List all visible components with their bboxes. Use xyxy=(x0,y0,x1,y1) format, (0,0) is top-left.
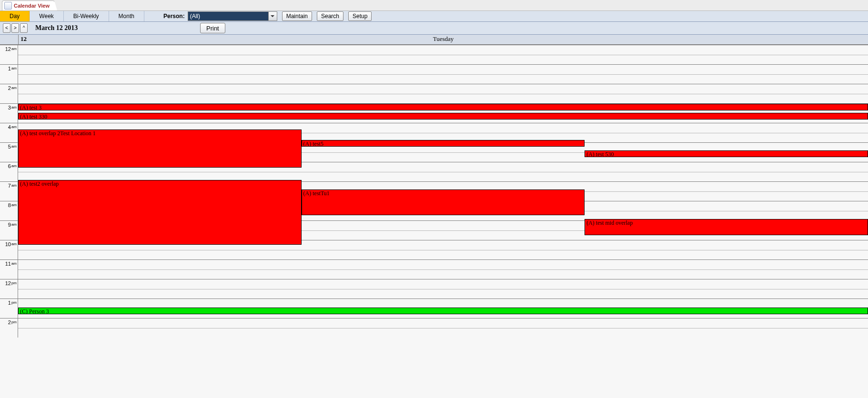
view-mode-tabs: Day Week Bi-Weekly Month xyxy=(0,11,144,21)
time-label: 4am xyxy=(0,123,18,142)
chevron-down-icon xyxy=(271,14,274,18)
calendar-event[interactable]: (A) test overlap 2Test Location 1 xyxy=(18,129,302,168)
calendar-event[interactable]: (A) test 530 xyxy=(585,150,868,157)
form-icon xyxy=(4,2,12,10)
document-tabstrip: Calendar View xyxy=(0,0,868,11)
person-label: Person: xyxy=(163,13,185,20)
print-button[interactable]: Print xyxy=(200,23,225,33)
person-filter: Person: Maintain Search Setup xyxy=(160,11,372,21)
calendar-event[interactable]: (C) Person 3 xyxy=(18,308,868,314)
document-tab-label: Calendar View xyxy=(14,3,50,9)
view-toolbar: Day Week Bi-Weekly Month Person: Maintai… xyxy=(0,11,868,22)
time-label: 1am xyxy=(0,64,18,84)
day-name: Tuesday xyxy=(433,35,454,43)
search-button[interactable]: Search xyxy=(317,11,343,21)
time-label: 7am xyxy=(0,181,18,201)
calendar-event[interactable]: (A) test mid overlap xyxy=(585,219,868,235)
time-label: 12am xyxy=(0,45,18,64)
date-nav-row: < > ^ March 12 2013 Print xyxy=(0,22,868,35)
time-label: 2am xyxy=(0,84,18,103)
tab-week[interactable]: Week xyxy=(30,11,63,21)
time-label: 10am xyxy=(0,240,18,259)
date-title: March 12 2013 xyxy=(35,24,78,32)
calendar-event[interactable]: (A) testTu1 xyxy=(302,189,585,215)
time-label: 5am xyxy=(0,142,18,162)
calendar-event[interactable]: (A) test5 xyxy=(302,140,585,147)
tab-month[interactable]: Month xyxy=(109,11,144,21)
day-header: 12 Tuesday xyxy=(0,35,868,45)
time-label: 3am xyxy=(0,103,18,123)
calendar-event[interactable]: (A) test 330 xyxy=(18,113,868,119)
prev-button[interactable]: < xyxy=(3,23,10,33)
tab-day[interactable]: Day xyxy=(0,11,30,21)
time-label: 6am xyxy=(0,162,18,181)
time-label: 9am xyxy=(0,220,18,240)
time-label: 8am xyxy=(0,201,18,220)
person-dropdown-button[interactable] xyxy=(268,12,277,20)
time-label: 12pm xyxy=(0,279,18,298)
next-button[interactable]: > xyxy=(11,23,19,33)
calendar-event[interactable]: (A) test 3 xyxy=(18,104,868,110)
time-label: 1pm xyxy=(0,298,18,318)
events-layer: (A) test 3(A) test 330(A) test overlap 2… xyxy=(18,45,868,338)
time-label: 2pm xyxy=(0,318,18,338)
day-number: 12 xyxy=(20,35,27,43)
setup-button[interactable]: Setup xyxy=(348,11,372,21)
tab-biweekly[interactable]: Bi-Weekly xyxy=(64,11,109,21)
calendar-event[interactable]: (A) test2 overlap xyxy=(18,180,302,245)
today-button[interactable]: ^ xyxy=(20,23,28,33)
calendar-grid: 12am1am2am3am4am5am6am7am8am9am10am11am1… xyxy=(0,45,868,338)
time-label: 11am xyxy=(0,259,18,279)
person-select[interactable] xyxy=(188,12,268,20)
document-tab-calendar[interactable]: Calendar View xyxy=(2,0,55,10)
maintain-button[interactable]: Maintain xyxy=(282,11,312,21)
